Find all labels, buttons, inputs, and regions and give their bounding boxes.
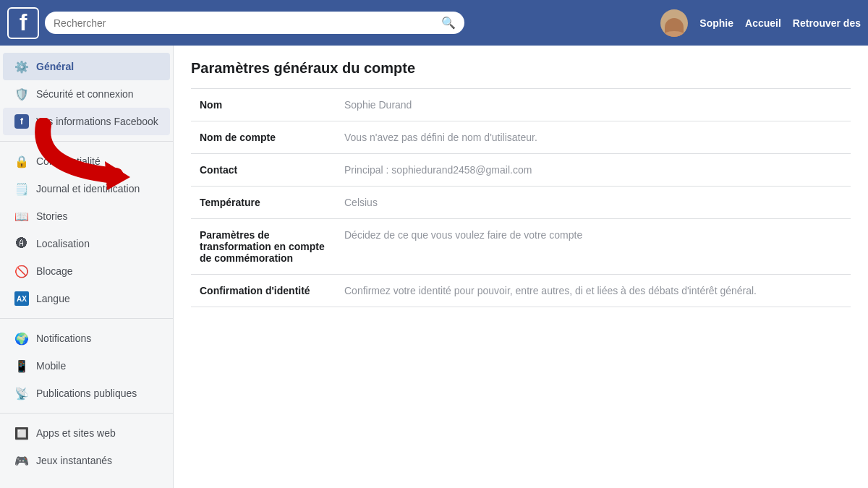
setting-value: Sophie Durand [336, 89, 851, 121]
sidebar: ⚙️ Général 🛡️ Sécurité et connexion f Vo… [0, 46, 174, 488]
setting-value: Principal : sophiedurand2458@gmail.com [336, 154, 851, 187]
setting-value: Celsius [336, 187, 851, 219]
sidebar-label-general: Général [36, 61, 74, 72]
sidebar-divider-3 [0, 413, 173, 414]
sidebar-section-3: 🌍 Notifications 📱 Mobile 📡 Publications … [0, 325, 173, 407]
table-row: Confirmation d'identitéConfirmez votre i… [191, 275, 851, 307]
table-row: Paramètres de transformation en compte d… [191, 219, 851, 275]
table-row: NomSophie Durand [191, 89, 851, 121]
user-name[interactable]: Sophie [699, 17, 733, 29]
sidebar-label-journal: Journal et identification [36, 183, 140, 194]
sidebar-section-2: 🔒 Confidentialité 🗒️ Journal et identifi… [0, 147, 173, 312]
sidebar-divider-1 [0, 141, 173, 142]
apps-icon: 🔲 [14, 426, 29, 440]
setting-value: Décidez de ce que vous voulez faire de v… [336, 219, 851, 275]
facebook-logo: f [7, 7, 39, 39]
nav-right: Sophie Accueil Retrouver des [660, 9, 861, 37]
search-bar[interactable]: 🔍 [45, 12, 464, 34]
setting-value: Confirmez votre identité pour pouvoir, e… [336, 275, 851, 307]
sidebar-label-privacy: Confidentialité [36, 155, 101, 167]
sidebar-item-jeux[interactable]: 🎮 Jeux instantanés [3, 447, 170, 474]
sidebar-item-privacy[interactable]: 🔒 Confidentialité [3, 147, 170, 175]
sidebar-item-blocage[interactable]: 🚫 Blocage [3, 257, 170, 285]
avatar [660, 9, 688, 37]
sidebar-item-location[interactable]: 🅐 Localisation [3, 230, 170, 257]
setting-label: Température [191, 187, 336, 219]
main-content: Paramètres généraux du compte NomSophie … [174, 46, 868, 488]
nav-retrouver[interactable]: Retrouver des [793, 17, 861, 29]
sidebar-section-4: 🔲 Apps et sites web 🎮 Jeux instantanés [0, 419, 173, 474]
setting-label: Paramètres de transformation en compte d… [191, 219, 336, 275]
sidebar-label-mobile: Mobile [36, 360, 66, 372]
sidebar-item-mobile[interactable]: 📱 Mobile [3, 352, 170, 380]
block-icon: 🚫 [14, 264, 29, 278]
facebook-icon: f [14, 114, 29, 129]
table-row: Nom de compteVous n'avez pas défini de n… [191, 121, 851, 154]
journal-icon: 🗒️ [14, 181, 29, 196]
sidebar-item-general[interactable]: ⚙️ Général [3, 53, 170, 80]
sidebar-item-publications[interactable]: 📡 Publications publiques [3, 380, 170, 407]
location-icon: 🅐 [14, 236, 29, 251]
sidebar-label-security: Sécurité et connexion [36, 88, 134, 100]
sidebar-item-apps[interactable]: 🔲 Apps et sites web [3, 419, 170, 447]
setting-label: Nom [191, 89, 336, 121]
games-icon: 🎮 [14, 453, 29, 468]
sidebar-label-publications: Publications publiques [36, 388, 137, 399]
page-layout: ⚙️ Général 🛡️ Sécurité et connexion f Vo… [0, 46, 868, 488]
sidebar-item-langue[interactable]: AX Langue [3, 285, 170, 312]
sidebar-item-journal[interactable]: 🗒️ Journal et identification [3, 175, 170, 202]
shield-icon: 🛡️ [14, 87, 29, 101]
gear-icon: ⚙️ [14, 59, 29, 74]
sidebar-label-stories: Stories [36, 210, 68, 222]
top-navigation: f 🔍 Sophie Accueil Retrouver des [0, 0, 868, 46]
search-input[interactable] [54, 17, 435, 29]
sidebar-divider-2 [0, 318, 173, 319]
sidebar-label-fb-info: Vos informations Facebook [36, 116, 158, 127]
setting-label: Contact [191, 154, 336, 187]
setting-label: Nom de compte [191, 121, 336, 154]
settings-table: NomSophie DurandNom de compteVous n'avez… [191, 88, 851, 307]
sidebar-label-location: Localisation [36, 238, 90, 249]
lock-icon: 🔒 [14, 154, 29, 168]
table-row: ContactPrincipal : sophiedurand2458@gmai… [191, 154, 851, 187]
sidebar-label-jeux: Jeux instantanés [36, 455, 112, 466]
sidebar-item-stories[interactable]: 📖 Stories [3, 202, 170, 230]
search-icon[interactable]: 🔍 [441, 16, 456, 30]
notifications-icon: 🌍 [14, 331, 29, 346]
sidebar-label-apps: Apps et sites web [36, 427, 116, 439]
sidebar-item-fb-info[interactable]: f Vos informations Facebook [3, 108, 170, 135]
setting-label: Confirmation d'identité [191, 275, 336, 307]
sidebar-label-langue: Langue [36, 293, 70, 304]
language-icon: AX [14, 291, 29, 306]
sidebar-item-notifications[interactable]: 🌍 Notifications [3, 325, 170, 352]
sidebar-section-1: ⚙️ Général 🛡️ Sécurité et connexion f Vo… [0, 53, 173, 135]
sidebar-label-blocage: Blocage [36, 265, 73, 277]
sidebar-item-security[interactable]: 🛡️ Sécurité et connexion [3, 80, 170, 108]
mobile-icon: 📱 [14, 359, 29, 373]
sidebar-label-notifications: Notifications [36, 333, 91, 344]
stories-icon: 📖 [14, 209, 29, 223]
table-row: TempératureCelsius [191, 187, 851, 219]
publications-icon: 📡 [14, 386, 29, 401]
nav-accueil[interactable]: Accueil [745, 17, 781, 29]
page-title: Paramètres généraux du compte [191, 60, 851, 77]
setting-value: Vous n'avez pas défini de nom d'utilisat… [336, 121, 851, 154]
